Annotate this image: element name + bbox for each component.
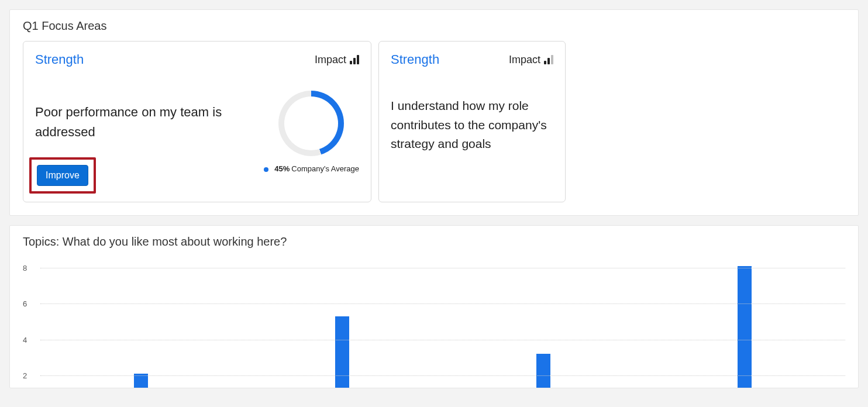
improve-highlight-box: Improve	[29, 157, 96, 194]
focus-areas-panel: Q1 Focus Areas Strength Impact Poor perf…	[9, 9, 859, 216]
chart-bar	[536, 354, 550, 388]
chart-bar	[738, 266, 752, 388]
topics-chart-panel: Topics: What do you like most about work…	[9, 225, 859, 388]
topics-chart: 2468	[23, 259, 845, 388]
donut-legend-label: Company's Average	[291, 164, 359, 173]
y-tick-label: 4	[23, 335, 27, 344]
chart-bars	[40, 259, 845, 388]
donut-chart	[278, 91, 344, 156]
chart-bar	[335, 316, 349, 388]
strength-link[interactable]: Strength	[35, 52, 84, 67]
impact-label: Impact	[509, 54, 540, 66]
grid-line	[40, 375, 845, 376]
strength-link[interactable]: Strength	[391, 52, 439, 67]
grid-line	[40, 303, 845, 304]
focus-card: Strength Impact Poor performance on my t…	[23, 41, 371, 202]
y-tick-label: 2	[23, 371, 27, 380]
donut-percent: 45%	[274, 164, 290, 173]
grid-line	[40, 340, 845, 340]
card-header: Strength Impact	[35, 52, 359, 67]
impact-indicator: Impact	[509, 54, 553, 66]
impact-bars-icon	[544, 55, 553, 64]
y-tick-label: 8	[23, 264, 27, 273]
impact-label: Impact	[315, 54, 346, 66]
card-text: Poor performance on my team is addressed	[35, 102, 252, 142]
y-tick-label: 6	[23, 299, 27, 308]
focus-cards-row: Strength Impact Poor performance on my t…	[23, 41, 845, 202]
impact-bars-icon	[350, 55, 359, 64]
card-body: I understand how my role contributes to …	[391, 96, 553, 154]
topics-chart-title: Topics: What do you like most about work…	[23, 235, 845, 249]
donut-chart-wrap: 45%Company's Average	[264, 91, 359, 173]
donut-legend: 45%Company's Average	[264, 164, 359, 173]
card-text: I understand how my role contributes to …	[391, 96, 553, 154]
impact-indicator: Impact	[315, 54, 359, 66]
grid-line	[40, 268, 845, 268]
focus-card: Strength Impact I understand how my role…	[378, 41, 566, 202]
card-header: Strength Impact	[391, 52, 553, 67]
improve-button[interactable]: Improve	[37, 165, 88, 186]
focus-areas-title: Q1 Focus Areas	[23, 19, 845, 33]
